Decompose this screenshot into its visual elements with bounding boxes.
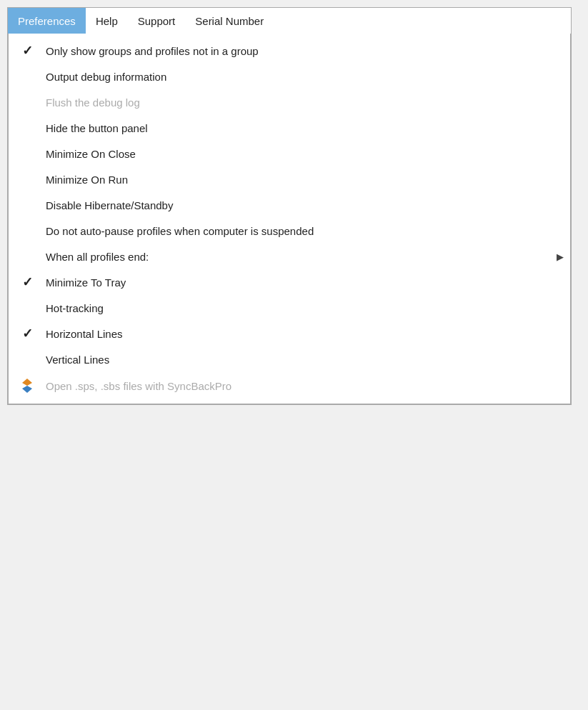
menu-entry-horizontal-lines[interactable]: ✓Horizontal Lines	[9, 321, 570, 346]
menu-bar: PreferencesHelpSupportSerial Number	[8, 8, 571, 34]
menu-entry-flush-debug: Flush the debug log	[9, 89, 570, 115]
entry-label-disable-hibernate: Disable Hibernate/Standby	[46, 199, 570, 211]
entry-label-hide-button-panel: Hide the button panel	[46, 122, 570, 134]
menu-item-serial-number[interactable]: Serial Number	[185, 8, 274, 34]
menu-entry-minimize-to-tray[interactable]: ✓Minimize To Tray	[9, 269, 570, 295]
entry-label-when-all-profiles-end: When all profiles end:	[46, 251, 550, 263]
entry-label-minimize-on-run: Minimize On Run	[46, 174, 570, 186]
entry-label-vertical-lines: Vertical Lines	[46, 354, 570, 366]
menu-entry-no-auto-pause[interactable]: Do not auto-pause profiles when computer…	[9, 218, 570, 244]
menu-entry-output-debug[interactable]: Output debug information	[9, 64, 570, 89]
menu-item-support[interactable]: Support	[128, 8, 186, 34]
submenu-arrow-icon: ▶	[550, 251, 570, 262]
menu-entry-hot-tracking[interactable]: Hot-tracking	[9, 295, 570, 321]
entry-label-horizontal-lines: Horizontal Lines	[46, 328, 570, 340]
menu-item-help[interactable]: Help	[86, 8, 128, 34]
app-container: PreferencesHelpSupportSerial Number ✓Onl…	[7, 7, 572, 405]
checkmark-icon: ✓	[22, 43, 33, 59]
menu-entry-only-show-groups[interactable]: ✓Only show groups and profiles not in a …	[9, 38, 570, 64]
entry-label-minimize-on-close: Minimize On Close	[46, 148, 570, 160]
menu-entry-minimize-on-close[interactable]: Minimize On Close	[9, 141, 570, 166]
syncback-icon	[19, 377, 36, 394]
dropdown-panel: ✓Only show groups and profiles not in a …	[8, 34, 571, 404]
menu-entry-minimize-on-run[interactable]: Minimize On Run	[9, 166, 570, 192]
entry-label-output-debug: Output debug information	[46, 71, 570, 83]
entry-label-no-auto-pause: Do not auto-pause profiles when computer…	[46, 225, 570, 237]
entry-label-open-sps-sbs: Open .sps, .sbs files with SyncBackPro	[46, 380, 570, 392]
entry-label-flush-debug: Flush the debug log	[46, 96, 570, 109]
entry-label-hot-tracking: Hot-tracking	[46, 302, 570, 314]
menu-item-preferences[interactable]: Preferences	[8, 8, 86, 34]
checkmark-icon: ✓	[22, 326, 33, 341]
svg-marker-1	[22, 386, 32, 393]
entry-label-only-show-groups: Only show groups and profiles not in a g…	[46, 45, 570, 57]
checkmark-icon: ✓	[22, 274, 33, 290]
menu-entry-when-all-profiles-end[interactable]: When all profiles end:▶	[9, 244, 570, 269]
svg-marker-0	[22, 379, 32, 386]
menu-entry-open-sps-sbs: Open .sps, .sbs files with SyncBackPro	[9, 372, 570, 399]
entry-label-minimize-to-tray: Minimize To Tray	[46, 276, 570, 289]
menu-entry-vertical-lines[interactable]: Vertical Lines	[9, 346, 570, 372]
menu-entry-disable-hibernate[interactable]: Disable Hibernate/Standby	[9, 192, 570, 218]
menu-entry-hide-button-panel[interactable]: Hide the button panel	[9, 115, 570, 141]
